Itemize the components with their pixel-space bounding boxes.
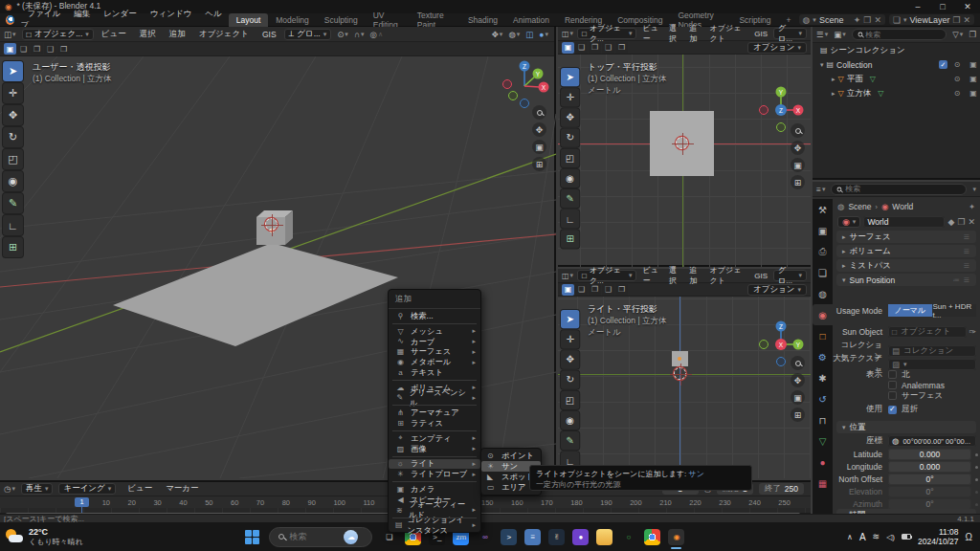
- tool-button-measure-tool[interactable]: ∟: [561, 209, 579, 228]
- select-mode-set[interactable]: ▣: [562, 42, 574, 54]
- show-option-[interactable]: サーフェス: [888, 390, 945, 401]
- editor-type-icon[interactable]: ◫▾: [562, 30, 573, 38]
- transform-orientation-dropdown[interactable]: グロ...▾: [773, 270, 807, 281]
- render-camera-icon[interactable]: ▣: [967, 89, 980, 98]
- properties-tab-object[interactable]: □: [813, 325, 833, 346]
- add-menu-item-armature[interactable]: ⋔ アーマチュア: [389, 408, 480, 418]
- outliner-row-scene-collection[interactable]: ▤ シーンコレクション: [813, 43, 980, 57]
- select-mode-intersect[interactable]: ❒: [57, 43, 70, 55]
- value-row-[interactable]: Elevation 0°: [833, 486, 980, 497]
- taskbar-weather-widget[interactable]: 22°C くもり時々晴れ: [5, 527, 83, 547]
- xray-toggle-icon[interactable]: ◫: [525, 30, 533, 39]
- pan-view-icon[interactable]: ✥: [532, 122, 546, 137]
- tool-button-annotate-tool[interactable]: ✎: [561, 189, 579, 208]
- wifi-icon[interactable]: ≋: [873, 532, 880, 541]
- subpanel-position[interactable]: ▾位置: [836, 421, 976, 433]
- outliner-search-input[interactable]: [865, 31, 941, 39]
- panel-mist-pass-panel[interactable]: ▸ミストパス☰: [836, 259, 976, 272]
- properties-tab-output[interactable]: ⎙: [813, 241, 833, 262]
- light-submenu-item-point[interactable]: ⊙ ポイント: [481, 451, 541, 461]
- close-button[interactable]: ✕: [955, 0, 980, 13]
- editor-type-icon[interactable]: ◫▾: [4, 30, 16, 39]
- tool-button-cursor-tool[interactable]: ✛: [561, 88, 579, 106]
- transform-orientation-dropdown[interactable]: ⟂グロ...▾: [284, 29, 332, 40]
- value-row-[interactable]: Latitude 0.000: [833, 449, 980, 460]
- camera-view-icon[interactable]: ▣: [791, 158, 805, 172]
- viewport-menu[interactable]: 選択: [138, 29, 158, 40]
- properties-tab-render[interactable]: ▣: [813, 220, 833, 241]
- obs-ring-icon[interactable]: ○: [620, 529, 636, 545]
- tool-button-annotate-tool[interactable]: ✎: [561, 431, 579, 450]
- blender-logo-icon[interactable]: [6, 15, 14, 25]
- tool-button-cursor-tool[interactable]: ✛: [3, 83, 23, 103]
- minimize-button[interactable]: –: [905, 0, 930, 13]
- viewport-menu[interactable]: GIS: [752, 272, 769, 280]
- show-option-[interactable]: Analemmas: [888, 380, 945, 390]
- chrome-profile-icon[interactable]: [644, 529, 660, 545]
- add-menu-item-light[interactable]: ☼ ライト ▸: [389, 459, 480, 470]
- mode-dropdown[interactable]: □オブジェク...▾: [577, 270, 636, 281]
- properties-options-icon[interactable]: ▾: [972, 186, 976, 193]
- app-menu[interactable]: ファイル: [20, 9, 67, 18]
- viewport-shading-icon[interactable]: ●▾: [539, 30, 548, 39]
- tool-button-scale-tool[interactable]: ◰: [561, 391, 579, 409]
- viewport-menu[interactable]: 追加: [167, 29, 188, 40]
- panel-surface-panel[interactable]: ▸サーフェス☰: [836, 231, 976, 243]
- tool-button-select-box-tool[interactable]: ➤: [561, 68, 579, 86]
- select-mode-extend[interactable]: ❏: [575, 284, 588, 296]
- blender-taskbar-icon[interactable]: ◉: [668, 529, 684, 545]
- delete-viewlayer-icon[interactable]: ✕: [963, 15, 970, 25]
- world-name-field[interactable]: World: [863, 216, 945, 228]
- use-refraction-row[interactable]: 使用 屈折: [833, 404, 980, 415]
- add-menu-item-image[interactable]: ▨ 画像 ▸: [389, 444, 480, 454]
- select-mode-extend[interactable]: ❏: [575, 42, 588, 54]
- properties-tab-view-layer[interactable]: ❏: [813, 262, 833, 283]
- outliner-row-collection[interactable]: ▾ ▤ Collection ✓ ⊙ ▣: [813, 57, 980, 72]
- usage-mode-[interactable]: ノーマル: [888, 304, 932, 317]
- add-menu-item-light-probe[interactable]: ✳ ライトプローブ ▸: [389, 469, 480, 479]
- tool-button-select-box-tool[interactable]: ➤: [3, 61, 23, 81]
- new-collection-icon[interactable]: ❐: [969, 30, 976, 39]
- viewport-menu[interactable]: ビュー: [640, 23, 662, 44]
- panel-volume-panel[interactable]: ▸ボリューム☰: [836, 245, 976, 257]
- viewport-menu[interactable]: 追加: [687, 23, 702, 44]
- render-camera-icon[interactable]: ▣: [967, 60, 980, 69]
- exclude-checkbox[interactable]: ✓: [939, 60, 947, 69]
- workspace-tab[interactable]: Texture Paint: [410, 13, 460, 27]
- editor-type-icon[interactable]: ≡▾: [816, 185, 825, 194]
- snap-magnet-icon[interactable]: ∩▾: [354, 30, 365, 39]
- notification-bell-icon[interactable]: Ω: [966, 532, 972, 542]
- toggle-ortho-icon[interactable]: ⊞: [791, 408, 805, 422]
- mode-dropdown[interactable]: □オブジェク...▾: [577, 28, 636, 39]
- properties-search[interactable]: [831, 184, 967, 195]
- filter-funnel-icon[interactable]: ▽▾: [952, 30, 963, 39]
- toggle-ortho-icon[interactable]: ⊞: [791, 175, 805, 189]
- properties-tab-modifiers[interactable]: ⚙: [813, 346, 833, 367]
- panel-sun-position[interactable]: ▾Sun Position ≔ ☰: [836, 274, 976, 286]
- app-menu[interactable]: ウィンドウ: [144, 9, 199, 18]
- workspace-tab[interactable]: UV Editing: [366, 13, 410, 27]
- workspace-tab[interactable]: Sculpting: [317, 13, 366, 27]
- value-row-[interactable]: Longitude 0.000: [833, 461, 980, 473]
- eyedropper-icon[interactable]: ✑: [969, 327, 976, 337]
- navigation-gizmo[interactable]: Z Y X: [496, 55, 553, 113]
- tool-button-transform-tool[interactable]: ◉: [561, 411, 579, 430]
- viewport-menu[interactable]: ビュー: [100, 29, 128, 40]
- add-menu-item-search[interactable]: ⚲ 検索...: [389, 311, 480, 321]
- taskbar-search[interactable]: ☁: [269, 527, 372, 547]
- top-viewport-canvas[interactable]: トップ・平行投影 (1) Collection | 立方体 メートル ➤✛✥↻◰…: [558, 55, 811, 267]
- frame-end-field[interactable]: 終了250: [759, 483, 804, 495]
- viewlayer-selector[interactable]: ❏▾ ViewLayer ❐ ✕: [889, 14, 974, 25]
- add-menu-item-grease-pencil[interactable]: ✎ グリースペンシル ▸: [389, 393, 480, 404]
- 3d-viewport-top[interactable]: ◫▾ □オブジェク...▾ ビュー選択追加オブジェクトGIS グロ...▾ ▣❏…: [558, 27, 811, 267]
- pin-icon[interactable]: ✦: [854, 15, 861, 25]
- camera-view-icon[interactable]: ▣: [791, 390, 805, 405]
- properties-tab-object-data[interactable]: ▽: [813, 430, 833, 452]
- zoom-view-icon[interactable]: [791, 356, 805, 370]
- volume-icon[interactable]: ◁): [886, 533, 895, 541]
- fake-user-shield-icon[interactable]: ◆: [947, 217, 954, 227]
- pan-view-icon[interactable]: ✥: [791, 141, 805, 155]
- select-mode-intersect[interactable]: ❒: [615, 42, 628, 54]
- properties-tab-tool[interactable]: ⚒: [813, 199, 833, 220]
- add-menu-item-camera[interactable]: ▣ カメラ: [389, 484, 480, 495]
